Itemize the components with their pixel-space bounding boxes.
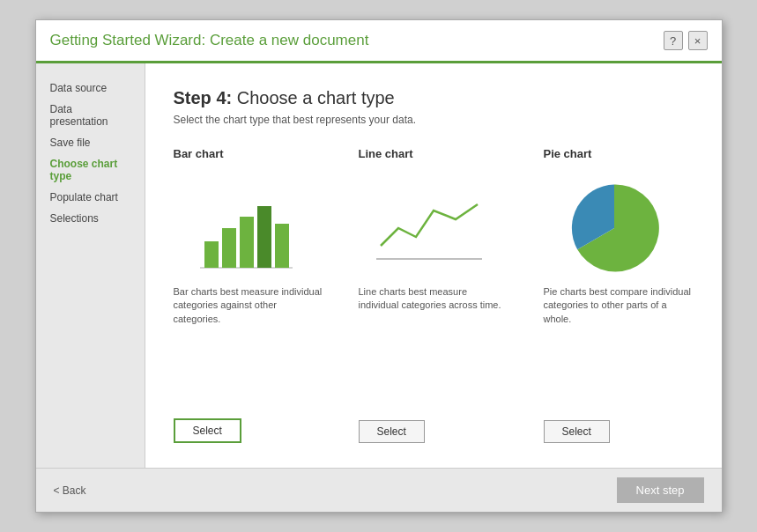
back-button[interactable]: < Back xyxy=(54,484,86,497)
bar-chart-visual xyxy=(174,171,315,277)
line-chart-option: Line chart Line charts best measure indi… xyxy=(359,147,508,443)
pie-chart-visual xyxy=(544,171,685,277)
bar-chart-description: Bar charts best measure individual categ… xyxy=(174,285,323,326)
sidebar: Data sourceData presentationSave fileCho… xyxy=(36,63,145,468)
pie-chart-svg xyxy=(561,180,667,277)
pie-chart-option: Pie chart Pie charts best compare indivi… xyxy=(544,147,694,443)
sidebar-item-save-file[interactable]: Save file xyxy=(36,132,145,153)
sidebar-item-choose-chart-type[interactable]: Choose chart type xyxy=(36,153,145,187)
svg-rect-4 xyxy=(257,206,271,268)
bar-chart-option: Bar chart Bar charts b xyxy=(174,147,323,443)
header-buttons: ? × xyxy=(664,31,708,50)
sidebar-item-data-source[interactable]: Data source xyxy=(36,78,145,99)
line-chart-svg xyxy=(367,180,491,277)
svg-rect-3 xyxy=(240,217,254,268)
step-title: Choose a chart type xyxy=(232,88,395,107)
main-content: Step 4: Choose a chart type Select the c… xyxy=(145,63,722,468)
dialog-title: Getting Started Wizard: Create a new doc… xyxy=(50,32,369,49)
svg-rect-2 xyxy=(222,228,236,268)
dialog-footer: < Back Next step xyxy=(36,468,722,512)
next-button[interactable]: Next step xyxy=(617,477,704,503)
line-chart-description: Line charts best measure individual cate… xyxy=(359,285,508,313)
sidebar-item-data-presentation[interactable]: Data presentation xyxy=(36,99,145,132)
line-chart-select-button[interactable]: Select xyxy=(359,420,425,443)
svg-rect-5 xyxy=(275,224,289,268)
step-number: Step 4: xyxy=(174,88,233,107)
pie-chart-select-button[interactable]: Select xyxy=(544,420,610,443)
bar-chart-svg xyxy=(191,180,297,277)
pie-chart-title: Pie chart xyxy=(544,147,694,160)
sidebar-item-populate-chart[interactable]: Populate chart xyxy=(36,187,145,208)
line-chart-visual xyxy=(359,171,500,277)
line-chart-title: Line chart xyxy=(359,147,508,160)
sidebar-item-selections[interactable]: Selections xyxy=(36,208,145,229)
dialog-header: Getting Started Wizard: Create a new doc… xyxy=(36,20,722,63)
wizard-dialog: Getting Started Wizard: Create a new doc… xyxy=(35,19,723,513)
pie-chart-description: Pie charts best compare individual categ… xyxy=(544,285,694,326)
chart-options: Bar chart Bar charts b xyxy=(174,147,694,443)
help-button[interactable]: ? xyxy=(664,31,683,50)
dialog-body: Data sourceData presentationSave fileCho… xyxy=(36,63,722,468)
svg-rect-1 xyxy=(204,241,219,268)
step-subtitle: Select the chart type that best represen… xyxy=(174,114,694,126)
bar-chart-select-button[interactable]: Select xyxy=(174,418,241,443)
step-heading: Step 4: Choose a chart type xyxy=(174,88,694,108)
bar-chart-title: Bar chart xyxy=(174,147,323,160)
close-button[interactable]: × xyxy=(688,31,708,50)
